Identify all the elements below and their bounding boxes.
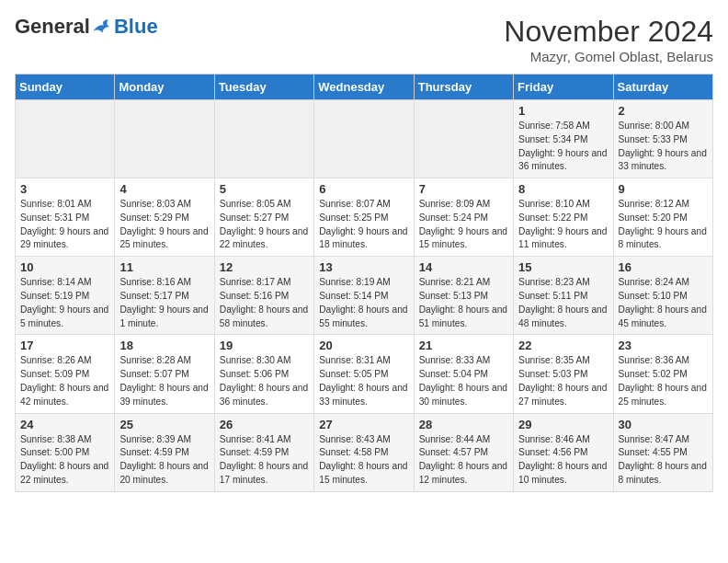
day-number: 21 — [419, 339, 508, 352]
month-title: November 2024 — [504, 15, 713, 49]
calendar-cell: 14Sunrise: 8:21 AM Sunset: 5:13 PM Dayli… — [414, 257, 513, 335]
day-info: Sunrise: 8:07 AM Sunset: 5:25 PM Dayligh… — [319, 198, 408, 252]
calendar-cell: 24Sunrise: 8:38 AM Sunset: 5:00 PM Dayli… — [16, 413, 115, 491]
day-number: 7 — [419, 182, 508, 196]
calendar-cell: 20Sunrise: 8:31 AM Sunset: 5:05 PM Dayli… — [314, 335, 414, 413]
day-number: 28 — [419, 418, 508, 431]
day-info: Sunrise: 8:03 AM Sunset: 5:29 PM Dayligh… — [119, 198, 209, 252]
calendar-cell — [314, 100, 414, 178]
location-text: Mazyr, Gomel Oblast, Belarus — [504, 49, 713, 64]
day-number: 23 — [619, 339, 708, 352]
day-info: Sunrise: 8:36 AM Sunset: 5:02 PM Dayligh… — [619, 354, 708, 408]
day-info: Sunrise: 8:12 AM Sunset: 5:20 PM Dayligh… — [619, 198, 708, 252]
day-info: Sunrise: 8:19 AM Sunset: 5:14 PM Dayligh… — [319, 276, 408, 330]
calendar-cell: 21Sunrise: 8:33 AM Sunset: 5:04 PM Dayli… — [414, 335, 513, 413]
header-thursday: Thursday — [414, 75, 513, 100]
day-number: 1 — [518, 104, 608, 118]
calendar-cell: 15Sunrise: 8:23 AM Sunset: 5:11 PM Dayli… — [514, 257, 613, 335]
calendar-cell: 1Sunrise: 7:58 AM Sunset: 5:34 PM Daylig… — [514, 100, 613, 178]
day-info: Sunrise: 8:47 AM Sunset: 4:55 PM Dayligh… — [619, 433, 708, 488]
day-number: 16 — [619, 260, 708, 274]
calendar-cell: 23Sunrise: 8:36 AM Sunset: 5:02 PM Dayli… — [613, 335, 712, 413]
calendar-table: SundayMondayTuesdayWednesdayThursdayFrid… — [15, 74, 713, 492]
day-number: 19 — [220, 339, 309, 352]
day-number: 26 — [220, 418, 309, 431]
calendar-cell: 16Sunrise: 8:24 AM Sunset: 5:10 PM Dayli… — [613, 257, 712, 335]
day-info: Sunrise: 8:28 AM Sunset: 5:07 PM Dayligh… — [119, 354, 209, 408]
calendar-cell: 30Sunrise: 8:47 AM Sunset: 4:55 PM Dayli… — [613, 413, 712, 491]
day-number: 3 — [20, 182, 109, 196]
calendar-cell: 19Sunrise: 8:30 AM Sunset: 5:06 PM Dayli… — [214, 335, 313, 413]
header-friday: Friday — [514, 75, 613, 100]
header-wednesday: Wednesday — [314, 75, 414, 100]
calendar-cell: 3Sunrise: 8:01 AM Sunset: 5:31 PM Daylig… — [16, 178, 115, 257]
day-number: 12 — [220, 260, 309, 274]
header-saturday: Saturday — [613, 75, 712, 100]
day-info: Sunrise: 8:46 AM Sunset: 4:56 PM Dayligh… — [518, 433, 608, 488]
day-info: Sunrise: 8:16 AM Sunset: 5:17 PM Dayligh… — [119, 276, 209, 330]
calendar-cell — [16, 100, 115, 178]
day-number: 25 — [119, 418, 209, 431]
page-header: General Blue November 2024 Mazyr, Gomel … — [15, 15, 713, 64]
day-number: 8 — [518, 182, 608, 196]
day-info: Sunrise: 7:58 AM Sunset: 5:34 PM Dayligh… — [518, 120, 608, 174]
calendar-cell: 25Sunrise: 8:39 AM Sunset: 4:59 PM Dayli… — [115, 413, 214, 491]
day-info: Sunrise: 8:43 AM Sunset: 4:58 PM Dayligh… — [319, 433, 408, 488]
logo-bird-icon — [92, 17, 114, 36]
calendar-cell: 10Sunrise: 8:14 AM Sunset: 5:19 PM Dayli… — [16, 257, 115, 335]
day-info: Sunrise: 8:33 AM Sunset: 5:04 PM Dayligh… — [419, 354, 508, 408]
day-number: 14 — [419, 260, 508, 274]
day-info: Sunrise: 8:30 AM Sunset: 5:06 PM Dayligh… — [220, 354, 309, 408]
logo-general-text: General — [15, 15, 90, 39]
calendar-cell: 2Sunrise: 8:00 AM Sunset: 5:33 PM Daylig… — [613, 100, 712, 178]
calendar-cell: 22Sunrise: 8:35 AM Sunset: 5:03 PM Dayli… — [514, 335, 613, 413]
day-number: 10 — [20, 260, 109, 274]
day-info: Sunrise: 8:00 AM Sunset: 5:33 PM Dayligh… — [619, 120, 708, 174]
calendar-week-5: 24Sunrise: 8:38 AM Sunset: 5:00 PM Dayli… — [16, 413, 713, 491]
calendar-cell: 4Sunrise: 8:03 AM Sunset: 5:29 PM Daylig… — [115, 178, 214, 257]
day-number: 29 — [518, 418, 608, 431]
day-number: 11 — [119, 260, 209, 274]
day-number: 17 — [20, 339, 109, 352]
calendar-cell: 12Sunrise: 8:17 AM Sunset: 5:16 PM Dayli… — [214, 257, 313, 335]
day-info: Sunrise: 8:26 AM Sunset: 5:09 PM Dayligh… — [20, 354, 109, 408]
calendar-cell: 8Sunrise: 8:10 AM Sunset: 5:22 PM Daylig… — [514, 178, 613, 257]
day-number: 2 — [619, 104, 708, 118]
day-info: Sunrise: 8:41 AM Sunset: 4:59 PM Dayligh… — [220, 433, 309, 488]
logo-blue-text: Blue — [114, 15, 158, 39]
calendar-cell: 27Sunrise: 8:43 AM Sunset: 4:58 PM Dayli… — [314, 413, 414, 491]
day-info: Sunrise: 8:14 AM Sunset: 5:19 PM Dayligh… — [20, 276, 109, 330]
calendar-cell: 6Sunrise: 8:07 AM Sunset: 5:25 PM Daylig… — [314, 178, 414, 257]
calendar-cell: 17Sunrise: 8:26 AM Sunset: 5:09 PM Dayli… — [16, 335, 115, 413]
day-number: 27 — [319, 418, 408, 431]
calendar-week-2: 3Sunrise: 8:01 AM Sunset: 5:31 PM Daylig… — [16, 178, 713, 257]
title-area: November 2024 Mazyr, Gomel Oblast, Belar… — [504, 15, 713, 64]
day-number: 22 — [518, 339, 608, 352]
day-number: 4 — [119, 182, 209, 196]
day-info: Sunrise: 8:09 AM Sunset: 5:24 PM Dayligh… — [419, 198, 508, 252]
calendar-week-1: 1Sunrise: 7:58 AM Sunset: 5:34 PM Daylig… — [16, 100, 713, 178]
logo: General Blue — [15, 15, 158, 39]
header-tuesday: Tuesday — [214, 75, 313, 100]
day-info: Sunrise: 8:44 AM Sunset: 4:57 PM Dayligh… — [419, 433, 508, 488]
day-number: 13 — [319, 260, 408, 274]
calendar-cell — [414, 100, 513, 178]
day-info: Sunrise: 8:01 AM Sunset: 5:31 PM Dayligh… — [20, 198, 109, 252]
day-info: Sunrise: 8:31 AM Sunset: 5:05 PM Dayligh… — [319, 354, 408, 408]
day-info: Sunrise: 8:21 AM Sunset: 5:13 PM Dayligh… — [419, 276, 508, 330]
day-number: 18 — [119, 339, 209, 352]
day-info: Sunrise: 8:24 AM Sunset: 5:10 PM Dayligh… — [619, 276, 708, 330]
day-info: Sunrise: 8:10 AM Sunset: 5:22 PM Dayligh… — [518, 198, 608, 252]
day-number: 30 — [619, 418, 708, 431]
day-info: Sunrise: 8:35 AM Sunset: 5:03 PM Dayligh… — [518, 354, 608, 408]
calendar-cell: 9Sunrise: 8:12 AM Sunset: 5:20 PM Daylig… — [613, 178, 712, 257]
day-number: 15 — [518, 260, 608, 274]
calendar-cell: 11Sunrise: 8:16 AM Sunset: 5:17 PM Dayli… — [115, 257, 214, 335]
day-number: 5 — [220, 182, 309, 196]
day-info: Sunrise: 8:05 AM Sunset: 5:27 PM Dayligh… — [220, 198, 309, 252]
header-monday: Monday — [115, 75, 214, 100]
calendar-cell: 7Sunrise: 8:09 AM Sunset: 5:24 PM Daylig… — [414, 178, 513, 257]
calendar-cell — [214, 100, 313, 178]
calendar-cell: 29Sunrise: 8:46 AM Sunset: 4:56 PM Dayli… — [514, 413, 613, 491]
calendar-cell: 28Sunrise: 8:44 AM Sunset: 4:57 PM Dayli… — [414, 413, 513, 491]
